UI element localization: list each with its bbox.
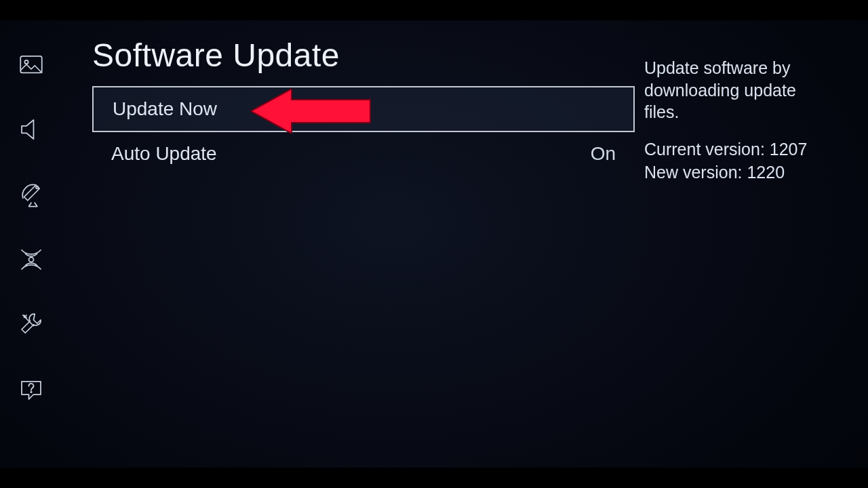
current-version-line: Current version: 1207 [644,138,829,161]
picture-icon[interactable] [16,49,47,80]
svg-point-3 [29,258,34,262]
menu-item-update-now[interactable]: Update Now [92,86,635,132]
menu-item-label: Update Now [113,98,217,120]
settings-sidebar [0,20,62,468]
menu-item-auto-update[interactable]: Auto Update On [92,132,635,176]
info-panel: Update software by downloading update fi… [635,37,838,460]
satellite-icon[interactable] [16,179,47,210]
tv-settings-screen: Software Update Update Now Auto Update O… [0,20,868,468]
new-version-line: New version: 1220 [644,161,829,184]
menu-item-value: On [591,143,616,165]
menu-item-label: Auto Update [111,143,217,165]
main-pane: Software Update Update Now Auto Update O… [62,20,868,468]
svg-point-1 [24,60,28,64]
sound-icon[interactable] [16,114,47,145]
svg-point-2 [36,186,39,189]
tools-icon[interactable] [16,309,47,340]
svg-point-4 [31,392,31,392]
svg-marker-5 [251,89,370,134]
network-icon[interactable] [16,244,47,275]
support-icon[interactable] [16,374,47,405]
arrow-annotation-icon [251,89,373,134]
info-description: Update software by downloading update fi… [644,57,829,123]
page-title: Software Update [92,37,635,74]
